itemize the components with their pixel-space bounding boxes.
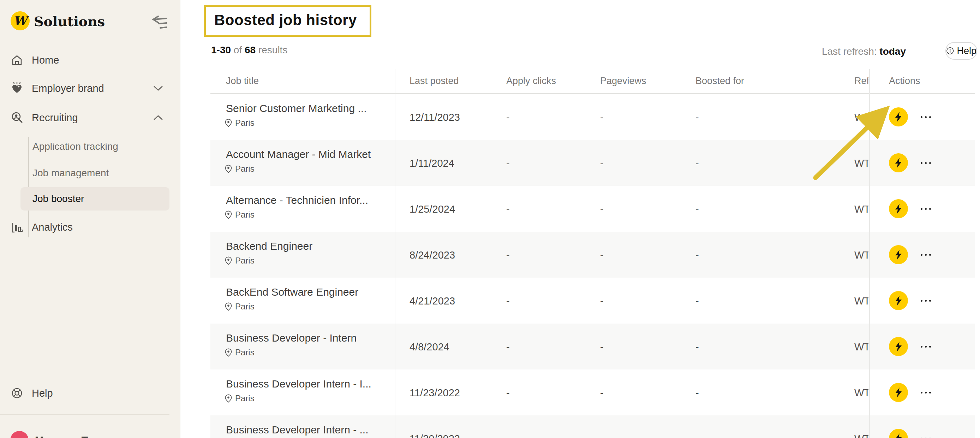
- boosted-for-value: -: [695, 204, 699, 215]
- user-menu[interactable]: Margaux T...: [10, 430, 169, 438]
- sidebar-item-label: Analytics: [32, 221, 73, 233]
- reference-value: WTT: [854, 387, 869, 399]
- apply-clicks-value: -: [506, 387, 510, 399]
- more-actions-button[interactable]: [916, 158, 935, 167]
- ellipsis-icon: [921, 300, 923, 302]
- job-location: Paris: [224, 164, 255, 174]
- brand-logo: W Solutions: [11, 11, 169, 31]
- annotation-box: Boosted job history: [204, 5, 371, 37]
- sidebar-item-job-management[interactable]: Job management: [21, 161, 169, 185]
- actions-column-divider: [869, 69, 870, 438]
- apply-clicks-value: -: [506, 204, 510, 215]
- last-refresh-value: today: [880, 46, 906, 57]
- results-count: 1-30 of 68 results: [211, 45, 287, 56]
- sidebar-item-help[interactable]: Help: [0, 382, 180, 404]
- pageviews-value: -: [600, 111, 604, 123]
- user-name: Margaux T...: [35, 434, 95, 438]
- sidebar-item-home[interactable]: Home: [0, 49, 180, 71]
- ellipsis-icon: [921, 208, 923, 210]
- boost-job-button[interactable]: [889, 107, 908, 126]
- job-title: Backend Engineer: [226, 240, 312, 252]
- last-posted-value: 12/11/2023: [409, 111, 460, 123]
- boosted-for-value: -: [695, 158, 699, 169]
- more-actions-button[interactable]: [916, 112, 935, 121]
- lightning-bolt-icon: [894, 111, 903, 122]
- sidebar-item-label: Help: [32, 387, 53, 399]
- reference-value: WTT: [854, 249, 869, 261]
- results-total: 68: [245, 45, 256, 56]
- sidebar-collapse-button[interactable]: [151, 14, 168, 30]
- ellipsis-icon: [921, 254, 923, 256]
- more-actions-button[interactable]: [916, 250, 935, 259]
- ellipsis-icon: [921, 392, 923, 393]
- apply-clicks-value: -: [506, 341, 510, 353]
- apply-clicks-value: -: [506, 158, 510, 169]
- boost-job-button[interactable]: [889, 199, 908, 218]
- lightning-bolt-icon: [894, 387, 903, 398]
- job-location-label: Paris: [235, 393, 255, 403]
- collapse-sidebar-icon: [151, 14, 168, 30]
- boost-job-button[interactable]: [889, 153, 908, 172]
- help-button[interactable]: Help: [945, 42, 977, 60]
- pageviews-value: -: [600, 433, 604, 438]
- table-row: Business Developer Intern - I... Paris 1…: [210, 370, 975, 416]
- info-icon: [946, 46, 954, 56]
- boost-job-button[interactable]: [889, 429, 908, 438]
- last-refresh-label: Last refresh:: [822, 46, 877, 57]
- last-posted-value: 11/23/2022: [409, 387, 460, 399]
- more-actions-button[interactable]: [916, 204, 935, 213]
- column-header-pageviews: Pageviews: [600, 76, 646, 86]
- reference-value: WTT: [854, 433, 869, 438]
- boost-job-button[interactable]: [889, 291, 908, 310]
- lightning-bolt-icon: [894, 433, 903, 438]
- boost-job-button[interactable]: [889, 383, 908, 402]
- apply-clicks-value: -: [506, 249, 510, 261]
- more-actions-button[interactable]: [916, 296, 935, 305]
- more-actions-button[interactable]: [916, 388, 935, 397]
- table-row: Business Developer - Intern Paris 4/8/20…: [210, 323, 975, 370]
- column-divider: [395, 69, 395, 438]
- job-location-label: Paris: [235, 256, 255, 266]
- page-title: Boosted job history: [214, 12, 370, 29]
- last-posted-value: 4/21/2023: [409, 295, 455, 307]
- job-location: Paris: [224, 302, 255, 312]
- boosted-jobs-table: Job title Last posted Apply clicks Pagev…: [210, 69, 975, 438]
- sidebar-item-analytics[interactable]: Analytics: [0, 217, 180, 238]
- boosted-for-value: -: [695, 111, 699, 123]
- sidebar-item-label: Home: [32, 54, 59, 66]
- help-button-label: Help: [957, 46, 977, 57]
- job-location: Paris: [224, 210, 255, 220]
- job-title: BackEnd Software Engineer: [226, 286, 358, 298]
- lifebuoy-help-icon: [11, 387, 23, 400]
- boost-job-button[interactable]: [889, 245, 908, 264]
- column-header-apply-clicks: Apply clicks: [506, 76, 556, 86]
- location-pin-icon: [224, 165, 232, 173]
- boosted-for-value: -: [695, 387, 699, 399]
- boost-job-button[interactable]: [889, 337, 908, 356]
- job-location: Paris: [224, 118, 255, 128]
- sidebar-divider: [0, 414, 169, 415]
- table-row: Senior Customer Marketing ... Paris 12/1…: [210, 94, 975, 140]
- sidebar-item-employer-brand[interactable]: Employer brand: [0, 78, 180, 99]
- apply-clicks-value: -: [506, 111, 510, 123]
- sidebar-item-application-tracking[interactable]: Application tracking: [21, 135, 169, 158]
- table-row: Business Developer Intern - ... Paris 11…: [210, 416, 975, 438]
- table-body: Senior Customer Marketing ... Paris 12/1…: [210, 94, 975, 438]
- results-range: 1-30: [211, 45, 231, 56]
- column-header-last-posted: Last posted: [409, 76, 459, 86]
- table-header: Job title Last posted Apply clicks Pagev…: [210, 69, 975, 94]
- sidebar-item-recruiting[interactable]: Recruiting: [0, 107, 180, 128]
- last-posted-value: 8/24/2023: [409, 249, 455, 261]
- brand-logo-mark-icon: W: [11, 11, 30, 30]
- more-actions-button[interactable]: [916, 342, 935, 351]
- results-suffix: results: [258, 45, 287, 56]
- chevron-down-icon: [153, 85, 164, 91]
- job-location: Paris: [224, 256, 255, 266]
- location-pin-icon: [224, 394, 232, 403]
- chevron-up-icon: [153, 115, 164, 121]
- job-title: Alternance - Technicien Infor...: [226, 194, 368, 206]
- ellipsis-icon: [921, 346, 923, 347]
- more-actions-button[interactable]: [916, 434, 935, 438]
- sidebar-item-label: Recruiting: [32, 112, 78, 124]
- sidebar-item-job-booster[interactable]: Job booster: [21, 187, 169, 210]
